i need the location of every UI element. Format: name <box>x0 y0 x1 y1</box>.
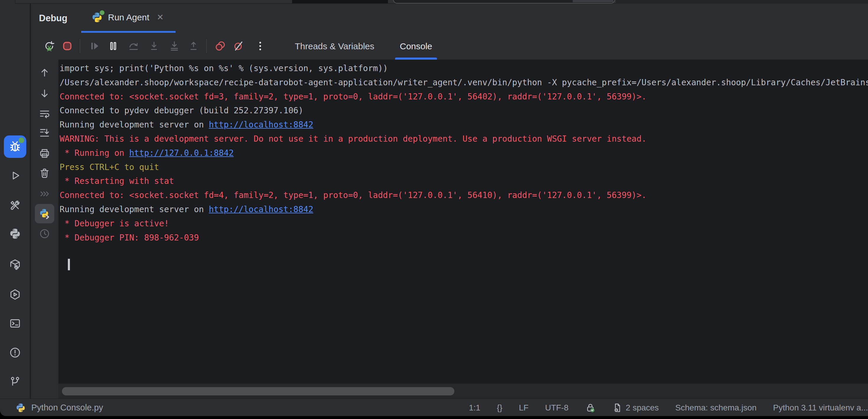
step-out-button[interactable] <box>186 39 201 53</box>
mute-breakpoints-icon <box>232 40 245 52</box>
toolbar-separator <box>80 39 80 53</box>
resume-button[interactable] <box>87 39 102 53</box>
tab-threads-variables[interactable]: Threads & Variables <box>287 33 382 60</box>
force-step-into-button[interactable] <box>167 39 182 53</box>
python-console-button[interactable] <box>35 204 54 223</box>
tab-run-agent[interactable]: Run Agent ✕ <box>81 4 176 33</box>
sidebar-item-problems[interactable] <box>8 346 22 359</box>
python-icon <box>9 228 21 240</box>
caret-position-widget[interactable]: 1:1 <box>469 403 480 413</box>
sidebar-item-debug[interactable] <box>4 136 26 158</box>
pause-button[interactable] <box>106 39 121 53</box>
interpreter-widget[interactable]: Python 3.11 virtualenv a... <box>773 403 868 413</box>
rerun-icon <box>43 40 56 52</box>
rerun-debug-button[interactable] <box>42 39 57 53</box>
sidebar-item-terminal[interactable] <box>8 317 22 330</box>
command-history-button[interactable] <box>38 187 51 200</box>
console-text: Running development server on <box>60 120 209 129</box>
sidebar-item-run[interactable] <box>8 169 22 182</box>
console-link[interactable]: http://127.0.0.1:8842 <box>129 148 234 158</box>
tab-console[interactable]: Console <box>392 33 440 60</box>
python-icon <box>16 402 26 413</box>
toolbar-separator <box>206 39 207 53</box>
console-output[interactable]: import sys; print('Python %s on %s' % (s… <box>58 60 868 384</box>
console-link[interactable]: http://localhost:8842 <box>209 120 313 129</box>
braces-widget[interactable]: {} <box>497 403 502 413</box>
debug-toolbar: Threads & Variables Console <box>31 33 868 60</box>
horizontal-scrollbar-track[interactable] <box>58 384 868 399</box>
terminal-icon <box>9 317 21 330</box>
mute-breakpoints-button[interactable] <box>231 39 246 53</box>
console-line: Connected to pydev debugger (build 252.2… <box>60 103 868 118</box>
console-link[interactable]: http://localhost:8842 <box>209 205 313 214</box>
sidebar-item-version-control[interactable] <box>8 375 22 389</box>
python-run-icon <box>91 11 103 23</box>
more-options-button[interactable] <box>253 39 268 53</box>
soft-wrap-icon <box>39 108 51 120</box>
tool-window-title: Debug <box>39 4 67 33</box>
file-gear-icon <box>612 402 623 413</box>
console-line: import sys; print('Python %s on %s' % (s… <box>60 61 868 76</box>
console-line: Connected to: <socket.socket fd=4, famil… <box>60 188 868 202</box>
sidebar-item-build[interactable] <box>8 199 22 212</box>
horizontal-scrollbar-thumb[interactable] <box>62 387 454 395</box>
soft-wrap-button[interactable] <box>38 107 51 120</box>
force-step-into-icon <box>168 40 181 52</box>
sidebar-item-python-console[interactable] <box>8 227 22 240</box>
console-line: * Running on http://127.0.0.1:8842 <box>60 146 868 160</box>
step-over-button[interactable] <box>126 39 141 53</box>
close-icon[interactable]: ✕ <box>157 12 163 22</box>
sidebar-item-services[interactable] <box>8 288 22 301</box>
console-text: /Users/alexander.shoop/workspace/recipe-… <box>60 78 868 87</box>
statusbar-file-widget[interactable]: Python Console.py <box>16 399 103 416</box>
print-button[interactable] <box>38 147 51 160</box>
view-breakpoints-button[interactable] <box>213 39 227 53</box>
top-edge-sliver <box>0 0 868 4</box>
inspections-widget[interactable] <box>585 402 596 413</box>
line-separator-widget[interactable]: LF <box>519 403 529 413</box>
console-line: WARNING: This is a development server. D… <box>60 132 868 146</box>
statusbar-file-name: Python Console.py <box>31 403 103 413</box>
tab-label: Run Agent <box>108 12 149 23</box>
console-text: * Debugger is active! <box>60 219 169 229</box>
scroll-to-end-button[interactable] <box>38 126 51 139</box>
more-vertical-icon <box>254 40 267 52</box>
pause-icon <box>107 40 120 52</box>
problems-icon <box>9 347 21 359</box>
header-tab-row: Debug Run Agent ✕ <box>31 4 868 33</box>
console-line: * Restarting with stat <box>60 174 868 188</box>
console-output-lines: import sys; print('Python %s on %s' % (s… <box>60 61 868 245</box>
running-indicator-dot <box>100 10 104 15</box>
console-text: * Debugger PIN: 898-962-039 <box>60 233 199 243</box>
schema-widget[interactable]: Schema: schema.json <box>675 403 756 413</box>
popup-bottom-edge <box>393 0 615 4</box>
console-text: Press CTRL+C to quit <box>60 162 159 172</box>
top-right-segment <box>616 0 868 4</box>
console-text: Connected to: <socket.socket fd=3, famil… <box>60 92 646 101</box>
encoding-widget[interactable]: UTF-8 <box>545 403 568 413</box>
console-line: Connected to: <socket.socket fd=3, famil… <box>60 90 868 104</box>
printer-icon <box>39 148 51 159</box>
console-text: Running development server on <box>60 205 209 214</box>
status-bar: Python Console.py 1:1 {} LF UTF-8 <box>0 399 868 416</box>
indent-widget[interactable]: 2 spaces <box>612 402 659 413</box>
ide-window: Debug Run Agent ✕ <box>0 0 868 416</box>
step-into-button[interactable] <box>147 39 161 53</box>
scroll-down-button[interactable] <box>38 87 51 100</box>
scroll-up-button[interactable] <box>38 66 51 79</box>
play-icon <box>9 169 21 182</box>
scroll-to-end-icon <box>39 127 51 139</box>
step-over-icon <box>127 40 140 52</box>
console-text: WARNING: This is a development server. D… <box>60 134 646 144</box>
stop-button[interactable] <box>60 39 75 53</box>
sidebar-item-python-packages[interactable] <box>8 258 22 271</box>
indent-label: 2 spaces <box>626 403 659 413</box>
resume-icon <box>88 40 101 52</box>
top-corner <box>0 0 16 4</box>
console-history-button[interactable] <box>38 227 51 240</box>
console-line: * Debugger is active! <box>60 217 868 231</box>
stop-icon <box>61 40 73 52</box>
console-line: * Debugger PIN: 898-962-039 <box>60 231 868 245</box>
running-indicator-dot <box>19 138 24 143</box>
clear-console-button[interactable] <box>38 167 51 180</box>
